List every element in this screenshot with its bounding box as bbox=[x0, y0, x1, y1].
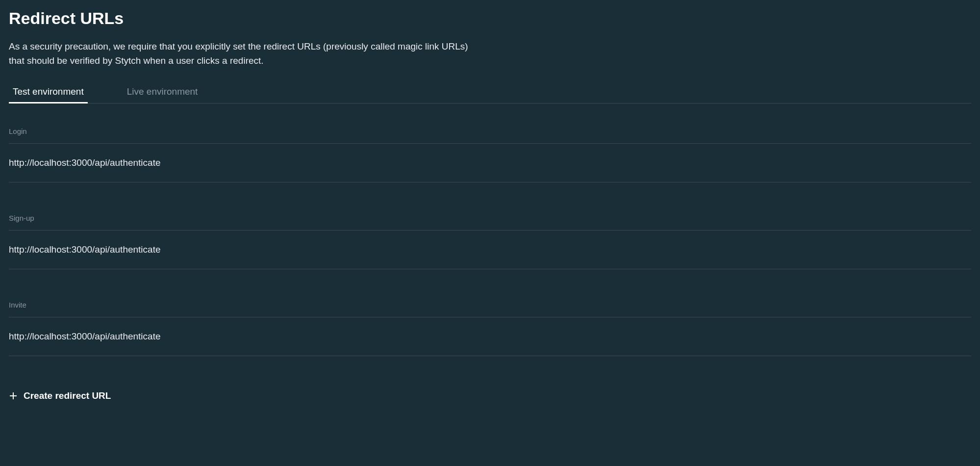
create-redirect-url-button[interactable]: Create redirect URL bbox=[9, 388, 111, 404]
redirect-url-signup: http://localhost:3000/api/authenticate bbox=[9, 244, 971, 255]
create-redirect-url-label: Create redirect URL bbox=[24, 390, 111, 401]
redirect-url-login: http://localhost:3000/api/authenticate bbox=[9, 157, 971, 168]
table-row[interactable]: http://localhost:3000/api/authenticate bbox=[9, 144, 971, 182]
section-label-invite: Invite bbox=[9, 301, 971, 317]
section-signup: Sign-up http://localhost:3000/api/authen… bbox=[9, 214, 971, 269]
redirect-url-invite: http://localhost:3000/api/authenticate bbox=[9, 331, 971, 342]
tab-live-environment[interactable]: Live environment bbox=[123, 81, 202, 104]
tab-test-environment[interactable]: Test environment bbox=[9, 81, 88, 104]
table-row[interactable]: http://localhost:3000/api/authenticate bbox=[9, 317, 971, 356]
tabs: Test environment Live environment bbox=[9, 81, 971, 104]
page-title: Redirect URLs bbox=[9, 9, 971, 28]
section-label-signup: Sign-up bbox=[9, 214, 971, 231]
plus-icon bbox=[9, 391, 18, 400]
section-login: Login http://localhost:3000/api/authenti… bbox=[9, 127, 971, 182]
section-invite: Invite http://localhost:3000/api/authent… bbox=[9, 301, 971, 356]
section-label-login: Login bbox=[9, 127, 971, 144]
page-description: As a security precaution, we require tha… bbox=[9, 40, 479, 68]
table-row[interactable]: http://localhost:3000/api/authenticate bbox=[9, 231, 971, 269]
